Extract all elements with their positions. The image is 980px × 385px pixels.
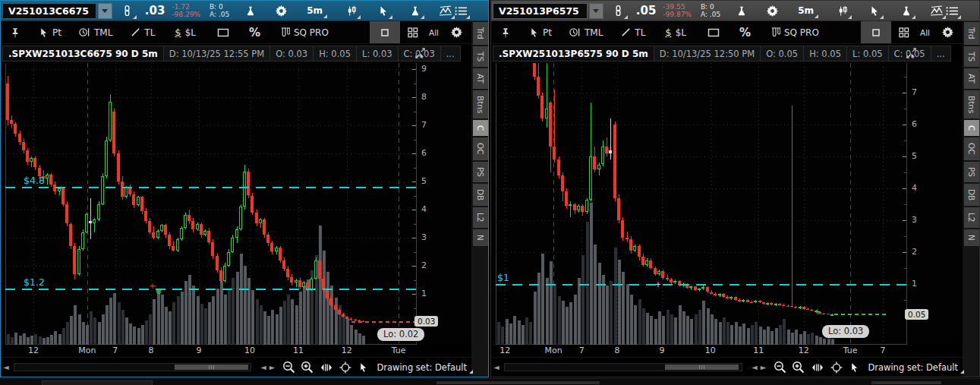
gear-icon[interactable] bbox=[273, 3, 288, 18]
zoom-in-icon[interactable] bbox=[301, 361, 314, 374]
analyze-flask-icon[interactable] bbox=[408, 3, 423, 18]
side-tab-db[interactable]: DB bbox=[964, 184, 979, 206]
volume-bar bbox=[23, 333, 26, 345]
cursor-tool-icon[interactable] bbox=[376, 3, 391, 18]
cursor-tool-icon[interactable] bbox=[867, 3, 882, 18]
cursor-mode-icon[interactable] bbox=[849, 362, 859, 373]
flask-icon[interactable] bbox=[734, 3, 749, 18]
zoom-out-icon[interactable] bbox=[774, 361, 786, 374]
side-tab-c[interactable]: C bbox=[473, 120, 488, 136]
auto-scale-icon[interactable] bbox=[414, 48, 426, 58]
percent-tool-button[interactable]: % bbox=[739, 26, 751, 39]
drawing-toolbar: Pt TML TL $$L % SQ PRO All bbox=[491, 21, 963, 44]
x-axis-label: 11 bbox=[293, 346, 304, 355]
chart-scrollbar[interactable] bbox=[14, 363, 251, 371]
all-charts-button[interactable]: All bbox=[920, 28, 930, 37]
chart-settings-gear-icon[interactable] bbox=[451, 27, 462, 38]
flask-icon[interactable] bbox=[243, 3, 258, 18]
trendline-tool-button[interactable]: TL bbox=[131, 27, 155, 38]
price-level-tool-button[interactable]: $$L bbox=[175, 27, 196, 38]
side-tab-l2[interactable]: L2 bbox=[964, 207, 979, 228]
grid-mode-button[interactable] bbox=[408, 27, 418, 38]
rectangle-tool-button[interactable] bbox=[217, 28, 229, 37]
side-tab-n[interactable]: N bbox=[473, 229, 488, 246]
timeframe-button[interactable]: 5m bbox=[798, 5, 817, 17]
pan-icon[interactable] bbox=[811, 363, 824, 372]
side-tab-oc[interactable]: OC bbox=[473, 137, 488, 160]
zoom-in-icon[interactable] bbox=[792, 361, 805, 374]
scrollbar-thumb[interactable] bbox=[665, 364, 739, 370]
scroll-left-arrow[interactable]: ◄ bbox=[3, 364, 9, 371]
rectangle-tool-button[interactable] bbox=[707, 28, 720, 37]
side-tab-c[interactable]: C bbox=[964, 120, 979, 136]
timeline-tool-button[interactable]: TML bbox=[569, 27, 603, 38]
single-chart-mode-button[interactable] bbox=[861, 21, 891, 43]
drawing-set-selector[interactable]: Drawing set: Default bbox=[377, 362, 471, 373]
side-tab-ts[interactable]: TS bbox=[473, 46, 488, 67]
drawing-set-selector[interactable]: Drawing set: Default bbox=[868, 362, 963, 373]
side-tab-at[interactable]: AT bbox=[473, 68, 488, 89]
crosshair-icon[interactable] bbox=[339, 361, 351, 374]
all-charts-button[interactable]: All bbox=[429, 28, 439, 37]
price-chart-canvas[interactable]: 123456789$4.8$1.20.03Lo: 0.02+⊕ bbox=[1, 63, 471, 345]
price-chart-canvas[interactable]: 1234567$10.05Lo: 0.03++ bbox=[491, 63, 963, 345]
scroll-left-arrow[interactable]: ◄ bbox=[493, 364, 499, 371]
side-tab-n[interactable]: N bbox=[964, 229, 979, 246]
side-tab-btns[interactable]: Btns bbox=[473, 90, 488, 118]
timeframe-button[interactable]: 5m bbox=[307, 5, 326, 17]
pattern-tool-icon[interactable] bbox=[929, 3, 944, 18]
step-left-arrow[interactable]: ◄ bbox=[260, 364, 266, 371]
alert-line bbox=[496, 284, 906, 286]
side-tab-db[interactable]: DB bbox=[473, 184, 488, 206]
grid-mode-button[interactable] bbox=[899, 27, 909, 38]
single-chart-mode-button[interactable] bbox=[370, 21, 400, 43]
sqpro-button[interactable]: SQ PRO bbox=[770, 27, 819, 39]
chart-type-icon[interactable] bbox=[835, 3, 850, 18]
step-left-arrow[interactable]: ◄ bbox=[752, 364, 758, 371]
step-right-arrow[interactable]: ► bbox=[761, 364, 767, 371]
zoom-out-icon[interactable] bbox=[282, 361, 295, 374]
pattern-tool-icon[interactable] bbox=[438, 3, 453, 18]
gear-icon[interactable] bbox=[764, 3, 780, 18]
symbol-dropdown-button[interactable] bbox=[98, 3, 112, 19]
symbol-input[interactable]: V251013C6675 bbox=[2, 3, 96, 19]
symbol-dropdown-button[interactable] bbox=[589, 3, 603, 19]
crosshair-icon[interactable] bbox=[830, 361, 843, 374]
side-tab-oc[interactable]: OC bbox=[964, 137, 979, 160]
symbol-input[interactable]: V251013P6575 bbox=[493, 3, 588, 19]
sqpro-button[interactable]: SQ PRO bbox=[280, 27, 329, 39]
chart-more-label[interactable]: ... bbox=[441, 46, 461, 62]
side-tab-ts[interactable]: TS bbox=[964, 46, 979, 67]
cursor-mode-icon[interactable] bbox=[358, 362, 368, 373]
menu-icon[interactable] bbox=[944, 3, 960, 18]
analyze-flask-icon[interactable] bbox=[899, 3, 914, 18]
side-tab-strip: TrdTSATBtnsCOCPSDBL2N bbox=[963, 21, 979, 377]
side-tab-ps[interactable]: PS bbox=[473, 162, 488, 182]
trendline-tool-button[interactable]: TL bbox=[621, 27, 645, 38]
side-tab-btns[interactable]: Btns bbox=[964, 90, 979, 118]
side-tab-trd[interactable]: Trd bbox=[964, 22, 979, 45]
chart-settings-gear-icon[interactable] bbox=[942, 27, 953, 38]
side-tab-at[interactable]: AT bbox=[964, 68, 979, 89]
link-icon[interactable] bbox=[120, 3, 135, 18]
pan-icon[interactable] bbox=[320, 363, 332, 372]
chart-type-icon[interactable] bbox=[344, 3, 359, 18]
percent-tool-button[interactable]: % bbox=[249, 26, 260, 39]
link-icon[interactable] bbox=[611, 3, 626, 18]
pin-tool-button[interactable] bbox=[11, 27, 19, 39]
price-level-tool-button[interactable]: $$L bbox=[665, 27, 686, 38]
candle-body bbox=[176, 239, 179, 251]
auto-scale-icon[interactable] bbox=[906, 48, 917, 58]
pointer-tool-button[interactable]: Pt bbox=[529, 27, 552, 38]
chart-more-label[interactable]: ... bbox=[931, 46, 951, 62]
step-right-arrow[interactable]: ► bbox=[269, 364, 276, 371]
side-tab-trd[interactable]: Trd bbox=[473, 22, 488, 45]
menu-icon[interactable] bbox=[453, 3, 468, 18]
pointer-tool-button[interactable]: Pt bbox=[39, 27, 61, 38]
timeline-tool-button[interactable]: TML bbox=[78, 27, 112, 38]
side-tab-l2[interactable]: L2 bbox=[473, 207, 488, 228]
chart-scrollbar[interactable] bbox=[504, 363, 742, 371]
pin-tool-button[interactable] bbox=[502, 27, 509, 39]
side-tab-ps[interactable]: PS bbox=[964, 162, 979, 182]
scrollbar-thumb[interactable] bbox=[175, 364, 248, 370]
